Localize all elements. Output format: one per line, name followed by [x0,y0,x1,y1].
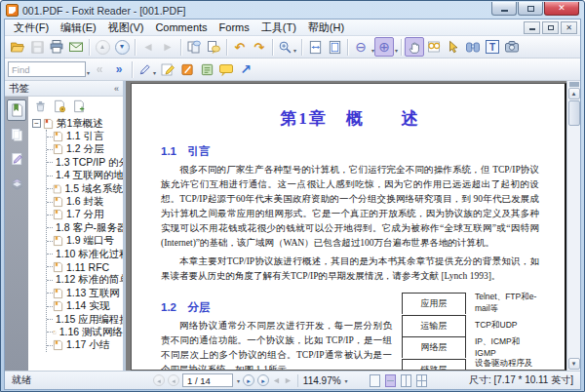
page-number-box[interactable]: 1 / 14 [182,373,233,387]
mdi-restore-button[interactable] [542,21,559,34]
tab-pages[interactable] [7,124,26,145]
zoom-caret-icon[interactable]: ▾ [345,377,348,384]
find-next-button[interactable]: » [109,59,129,79]
bookmark-item[interactable]: 1.6 封装 [47,195,123,208]
bookmark-item[interactable]: 1.3 TCP/IP 的分层 [47,156,123,169]
pencil-caret-icon[interactable]: ▾ [153,69,156,76]
pencil-tool-button[interactable]: ▾ [136,59,158,79]
bookmark-item[interactable]: 1.10 标准化过程 [47,248,123,260]
menu-file[interactable]: 文件(F) [8,20,55,36]
menu-help[interactable]: 帮助(H) [302,20,350,36]
continuous-facing-layout-button[interactable] [416,374,427,387]
summarize-comments-button[interactable] [204,37,223,57]
tab-bookmarks[interactable] [7,99,26,121]
bookmark-item[interactable]: 1.16 测试网络 [47,326,123,338]
print-button[interactable] [47,37,66,57]
collapse-panel-icon[interactable]: « [114,84,119,94]
sidebar-title: 书签 [9,82,29,96]
show-comments-button[interactable] [184,37,204,57]
scrollbar-thumb[interactable] [568,100,580,126]
next-page-button[interactable]: ▸ [243,374,254,386]
hand-tool-button[interactable] [405,37,424,57]
marquee-zoom-button[interactable]: ▾ [276,37,298,57]
loupe-tool-button[interactable] [424,37,444,57]
bookmark-item[interactable]: 1.8 客户-服务器模型 [47,221,123,234]
maximize-button[interactable] [518,2,543,16]
facing-layout-button[interactable] [401,374,411,387]
bookmark-item[interactable]: 1.2 分层 [47,143,123,156]
find-input[interactable] [8,61,86,77]
menu-view[interactable]: 视图(V) [102,20,150,36]
snapshot-button[interactable] [502,37,522,57]
menu-comments[interactable]: Comments [149,20,213,34]
bookmarks-panel: − 第1章概述 1.1 引言 1.2 分层 1.3 TCP/IP 的分层 1.4… [28,97,123,371]
select-text-icon: T [486,40,499,54]
dropdown-caret-icon[interactable]: ▾ [293,47,296,54]
bookmark-item[interactable]: 1.7 分用 [47,209,123,221]
split-view-handle[interactable] [569,82,579,87]
bookmark-page-icon [53,209,63,220]
find-previous-button: « [90,59,109,79]
bookmark-item[interactable]: 1.1 引言 [47,130,123,142]
fit-width-button[interactable] [305,37,325,57]
scroll-down-icon[interactable]: ▾ [568,358,580,370]
menu-edit[interactable]: 编辑(E) [55,20,102,36]
menu-tools[interactable]: 工具(T) [255,20,302,36]
go-forward-button: ► [158,37,177,57]
zoom-out-button[interactable]: ⊖ [351,37,370,57]
note-tool-button[interactable] [197,59,216,79]
open-button[interactable] [8,37,27,57]
note-icon [200,62,214,77]
zoom-in-button[interactable]: ⊕ [374,37,394,57]
tab-comments[interactable] [7,148,26,170]
minimize-button[interactable] [491,2,517,16]
single-page-layout-button[interactable] [370,374,380,387]
select-annotation-button[interactable] [444,37,463,57]
bookmark-item[interactable]: 1.15 应用编程接口 [47,313,123,326]
bookmark-item[interactable]: 1.9 端口号 [47,235,123,248]
close-button[interactable]: ✕ [544,2,579,16]
bookmark-item[interactable]: 1.4 互联网的地址 [47,170,123,182]
bookmark-item[interactable]: 1.5 域名系统 [47,182,123,195]
zoom-in-caret-icon[interactable]: ▾ [395,47,398,54]
menu-forms[interactable]: Forms [214,20,255,34]
tab-layers[interactable] [7,173,26,194]
next-view-button[interactable]: ▾ [112,37,132,57]
bookmark-page-icon [53,183,61,195]
undo-button[interactable]: ↶ [230,37,250,57]
redo-button[interactable]: ↷ [250,37,269,57]
bookmark-item[interactable]: 1.13 互联网 [47,287,123,299]
highlight-tool-button[interactable] [158,59,177,79]
fit-page-button[interactable] [325,37,344,57]
document-area[interactable]: 第1章 概 述 1.1 引言 很多不同的厂家生产各种型号的计算机，它们运行完全不… [126,81,580,371]
scroll-up-icon[interactable]: ▴ [568,88,580,99]
bookmark-item[interactable]: 1.14 实现 [47,299,123,312]
pdf-page[interactable]: 第1章 概 述 1.1 引言 很多不同的厂家生产各种型号的计算机，它们运行完全不… [131,83,566,371]
area-highlight-button[interactable] [177,59,197,79]
bookmark-item[interactable]: 1.17 小结 [47,339,123,352]
link-tool-button[interactable]: ↗ [236,59,255,79]
page-caret-icon[interactable]: ▾ [237,377,240,384]
bookmark-item[interactable]: 1.11 RFC [47,260,123,273]
mdi-minimize-button[interactable] [524,21,540,34]
bookmark-root-item[interactable]: − 第1章概述 [32,117,123,130]
mdi-close-button[interactable]: ✕ [561,21,577,34]
zoom-out-icon: ⊖ [355,40,367,54]
vertical-scrollbar[interactable]: ▴ ▾ [566,81,580,371]
minimize-icon [501,10,508,12]
bookmark-item[interactable]: 1.12 标准的简单服务 [47,274,123,287]
highlighter-icon [160,61,176,77]
continuous-layout-button[interactable] [385,374,396,387]
add-child-bookmark-button[interactable] [72,99,86,113]
go-forward-icon: ► [162,41,174,53]
zoom-level[interactable]: 114.97% [303,375,341,386]
bookmark-page-icon [53,261,63,273]
select-text-button[interactable]: T [483,37,502,57]
find-binoculars-button[interactable] [463,37,483,57]
last-page-button[interactable]: ▸ [257,374,269,386]
comment-tool-button[interactable] [216,59,236,79]
collapse-expander-icon[interactable]: − [32,119,41,128]
delete-bookmark-button[interactable] [34,99,47,113]
add-bookmark-button[interactable] [53,99,66,113]
email-button[interactable] [66,37,86,57]
